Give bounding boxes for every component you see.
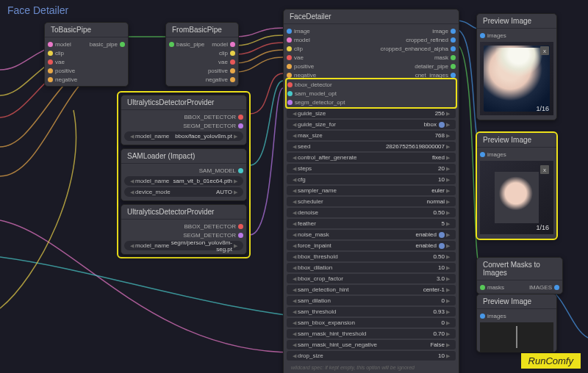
param-feather[interactable]: ◀feather5▶ xyxy=(287,219,456,228)
param-sam_mask_hint_use_negative[interactable]: ◀sam_mask_hint_use_negativeFalse▶ xyxy=(287,340,456,350)
node-convert-masks[interactable]: Convert Masks to Images masksIMAGES xyxy=(476,257,563,294)
facedetailer-params: ◀guide_size256▶◀guide_size_forbbox▶◀max_… xyxy=(287,109,456,361)
sam-device-field[interactable]: ◀device_modeAUTO▶ xyxy=(124,187,243,197)
sam-model-field[interactable]: ◀model_namesam_vit_b_01ec64.pth▶ xyxy=(124,176,243,186)
page-title: Face Detailer xyxy=(7,4,68,16)
param-denoise[interactable]: ◀denoise0.50▶ xyxy=(287,208,456,217)
node-facedetailer[interactable]: FaceDetailer imageimage modelcropped_ref… xyxy=(283,9,459,373)
brand-badge: RunComfy xyxy=(521,353,581,369)
param-drop_size[interactable]: ◀drop_size10▶ xyxy=(287,351,456,361)
param-guide_size_for[interactable]: ◀guide_size_forbbox▶ xyxy=(287,120,456,129)
node-ultralytics-2[interactable]: UltralyticsDetectorProvider BBOX_DETECTO… xyxy=(121,204,247,255)
param-max_size[interactable]: ◀max_size768▶ xyxy=(287,131,456,140)
node-preview-2[interactable]: Preview Image images x1/16 xyxy=(476,132,557,239)
node-preview-1[interactable]: Preview Image images x1/16 xyxy=(476,13,557,120)
preview-image: x1/16 xyxy=(480,161,553,234)
param-seed[interactable]: ◀seed282675256198000007▶ xyxy=(287,142,456,151)
param-sam_threshold[interactable]: ◀sam_threshold0.93▶ xyxy=(287,307,456,316)
model-name-field[interactable]: ◀model_namesegm/person_yolov8m-seg.pt▶ xyxy=(124,241,243,250)
param-sampler_name[interactable]: ◀sampler_nameeuler▶ xyxy=(287,186,456,195)
param-control_after_generate[interactable]: ◀control_after_generatefixed▶ xyxy=(287,153,456,162)
node-tobasicpipe[interactable]: ToBasicPipe modelbasic_pipe clip vae pos… xyxy=(44,22,129,87)
node-header: ToBasicPipe xyxy=(45,23,128,37)
param-noise_mask[interactable]: ◀noise_maskenabled▶ xyxy=(287,230,456,239)
param-force_inpaint[interactable]: ◀force_inpaintenabled▶ xyxy=(287,241,456,250)
param-bbox_crop_factor[interactable]: ◀bbox_crop_factor3.0▶ xyxy=(287,274,456,283)
param-cfg[interactable]: ◀cfg10▶ xyxy=(287,175,456,184)
node-header: FromBasicPipe xyxy=(166,23,238,37)
param-sam_dilation[interactable]: ◀sam_dilation0▶ xyxy=(287,296,456,305)
node-preview-3[interactable]: Preview Image images xyxy=(476,294,557,352)
close-icon[interactable]: x xyxy=(540,46,549,55)
node-ultralytics-1[interactable]: UltralyticsDetectorProvider BBOX_DETECTO… xyxy=(121,95,247,145)
node-frombasicpipe[interactable]: FromBasicPipe basic_pipemodel clip vae p… xyxy=(165,22,239,87)
param-bbox_dilation[interactable]: ◀bbox_dilation10▶ xyxy=(287,263,456,272)
detector-inputs-highlight: bbox_detector sam_model_opt segm_detecto… xyxy=(287,79,456,107)
preview-image: x1/16 xyxy=(480,42,553,115)
close-icon[interactable]: x xyxy=(540,165,549,174)
node-samloader[interactable]: SAMLoader (Impact) SAM_MODEL ◀model_name… xyxy=(121,148,247,201)
param-scheduler[interactable]: ◀schedulernormal▶ xyxy=(287,197,456,206)
param-sam_detection_hint[interactable]: ◀sam_detection_hintcenter-1▶ xyxy=(287,285,456,294)
param-sam_bbox_expansion[interactable]: ◀sam_bbox_expansion0▶ xyxy=(287,318,456,327)
param-steps[interactable]: ◀steps20▶ xyxy=(287,164,456,173)
node-canvas[interactable]: Face Detailer ToBasicPipe modelbasic_pip… xyxy=(0,0,588,373)
param-bbox_threshold[interactable]: ◀bbox_threshold0.50▶ xyxy=(287,252,456,261)
detector-group: UltralyticsDetectorProvider BBOX_DETECTO… xyxy=(118,92,250,258)
param-guide_size[interactable]: ◀guide_size256▶ xyxy=(287,109,456,118)
wildcard-note: wildcard spec: if kept empty, this optio… xyxy=(287,362,456,373)
model-name-field[interactable]: ◀model_namebbox/face_yolov8m.pt▶ xyxy=(124,131,243,141)
param-sam_mask_hint_threshold[interactable]: ◀sam_mask_hint_threshold0.70▶ xyxy=(287,329,456,338)
